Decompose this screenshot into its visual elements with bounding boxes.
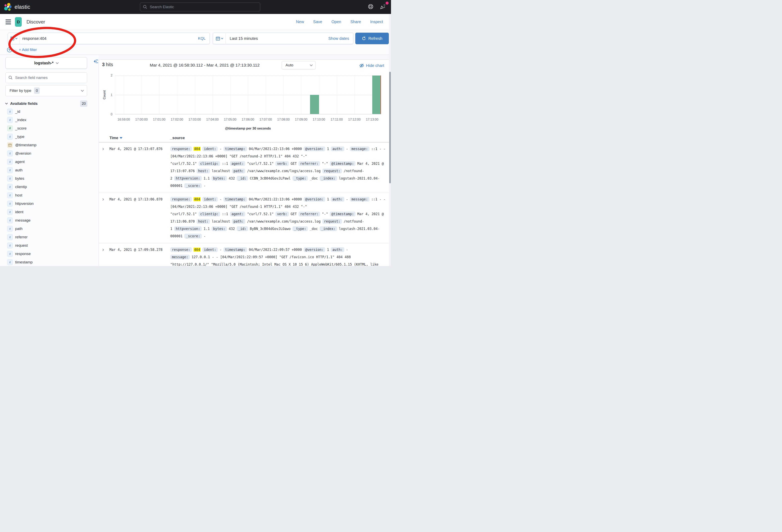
add-filter-button[interactable]: + Add filter [19, 48, 37, 52]
search-icon [143, 5, 147, 9]
available-fields-header[interactable]: Available fields 20 [6, 101, 87, 107]
y-tick-label: 2 [111, 74, 112, 77]
field-value: localhost [212, 219, 230, 223]
field-item-_id[interactable]: t_id [0, 107, 99, 116]
field-pill: path: [232, 219, 245, 224]
text-type-icon: t [7, 259, 13, 265]
show-dates-button[interactable]: Show dates [328, 36, 349, 41]
help-icon[interactable] [368, 4, 374, 10]
time-column-label: Time [109, 136, 118, 140]
histogram-bar[interactable] [310, 95, 319, 114]
field-value: 1.1 [204, 227, 210, 231]
field-item-auth[interactable]: tauth [0, 166, 99, 174]
field-pill: request: [322, 168, 342, 173]
refresh-icon [362, 36, 366, 41]
field-pill: auth: [331, 146, 344, 151]
field-value: 432 [229, 227, 235, 231]
saved-query-menu-button[interactable] [8, 33, 20, 44]
query-text: response:404 [22, 36, 46, 41]
menu-icon[interactable] [6, 20, 11, 24]
field-search-input[interactable]: Search field names [5, 72, 87, 83]
field-value: - [219, 197, 221, 201]
action-new[interactable]: New [296, 20, 304, 24]
fields-sidebar: logstash-* Search field names Filter by … [0, 55, 99, 266]
index-pattern-select[interactable]: logstash-* [5, 57, 87, 69]
histogram-chart[interactable] [115, 76, 381, 114]
scrollbar-thumb[interactable] [389, 72, 391, 183]
field-item-request[interactable]: trequest [0, 241, 99, 250]
field-item-message[interactable]: tmessage [0, 216, 99, 225]
action-inspect[interactable]: Inspect [370, 20, 383, 24]
field-name: @version [15, 151, 31, 156]
global-search-input[interactable]: Search Elastic [140, 3, 260, 11]
field-item-clientip[interactable]: tclientip [0, 183, 99, 191]
histogram-bar[interactable] [372, 76, 381, 114]
field-item-ident[interactable]: tident [0, 208, 99, 216]
field-item-httpversion[interactable]: thttpversion [0, 199, 99, 208]
date-quick-select-button[interactable] [213, 33, 226, 44]
field-item-agent[interactable]: tagent [0, 158, 99, 166]
text-type-icon: t [7, 176, 13, 182]
field-item-timestamp[interactable]: ttimestamp [0, 258, 99, 266]
field-pill: @version: [304, 197, 325, 202]
field-pill: @version: [304, 247, 325, 252]
field-pill: httpversion: [174, 226, 202, 231]
field-item-_type[interactable]: t_type [0, 132, 99, 141]
field-item-host[interactable]: thost [0, 191, 99, 199]
x-tick-label: 17:11:00 [330, 118, 343, 121]
field-name: agent [15, 160, 25, 164]
field-value: GET [291, 162, 297, 165]
field-item-bytes[interactable]: tbytes [0, 174, 99, 183]
field-item-_index[interactable]: t_index [0, 116, 99, 124]
collapse-sidebar-icon[interactable] [94, 59, 99, 64]
field-pill: _index: [320, 226, 337, 231]
filter-icon[interactable] [7, 47, 12, 52]
text-type-icon: t [7, 251, 13, 257]
query-input[interactable]: response:404 KQL [8, 33, 210, 44]
date-picker[interactable]: Last 15 minutes Show dates [213, 33, 353, 44]
expand-row-icon[interactable]: › [102, 246, 107, 266]
field-name: _index [15, 118, 26, 122]
query-language-button[interactable]: KQL [198, 36, 206, 41]
hide-chart-label: Hide chart [366, 63, 384, 68]
field-pill: message: [350, 197, 369, 202]
field-name: _score [15, 126, 27, 130]
action-save[interactable]: Save [313, 20, 322, 24]
field-pill: _id: [237, 226, 248, 231]
text-type-icon: t [7, 209, 13, 215]
field-search-placeholder: Search field names [15, 76, 48, 80]
news-feed-icon[interactable] [380, 4, 386, 10]
interval-select[interactable]: Auto [282, 61, 316, 69]
field-pill: auth: [331, 247, 344, 252]
field-pill: agent: [230, 212, 245, 216]
expand-row-icon[interactable]: › [102, 145, 107, 189]
elastic-logo[interactable]: elastic [4, 0, 30, 14]
x-tick-label: 17:05:00 [224, 118, 236, 121]
field-value: /var/www/example.com/logs/access.log [247, 169, 320, 173]
chevron-down-icon [5, 102, 8, 104]
filter-by-type-select[interactable]: Filter by type 0 [5, 85, 87, 96]
row-source: response:404ident:-timestamp:04/Mar/2021… [170, 246, 387, 266]
field-item-response[interactable]: tresponse [0, 250, 99, 258]
field-item-@version[interactable]: t@version [0, 149, 99, 158]
refresh-button[interactable]: Refresh [355, 33, 389, 44]
expand-row-icon[interactable]: › [102, 196, 107, 240]
field-item-_score[interactable]: #_score [0, 124, 99, 132]
hide-chart-button[interactable]: Hide chart [359, 63, 384, 68]
field-item-@timestamp[interactable]: @timestamp [0, 141, 99, 149]
hits-number: 3 [102, 62, 105, 67]
time-range-value[interactable]: Last 15 minutes [230, 36, 258, 41]
chart-time-range-title: Mar 4, 2021 @ 16:58:30.112 - Mar 4, 2021… [150, 63, 260, 68]
x-tick-label: 16:59:00 [117, 118, 130, 121]
field-value: - [346, 147, 348, 151]
action-open[interactable]: Open [331, 20, 341, 24]
field-pill: _score: [184, 234, 202, 238]
field-name: message [15, 218, 31, 223]
chevron-down-icon [221, 37, 223, 39]
field-item-referrer[interactable]: treferrer [0, 233, 99, 241]
column-header-time[interactable]: Time [109, 136, 122, 140]
global-search-placeholder: Search Elastic [150, 5, 174, 9]
action-share[interactable]: Share [350, 20, 361, 24]
field-item-path[interactable]: tpath [0, 225, 99, 233]
field-value: ::1 [222, 162, 228, 165]
